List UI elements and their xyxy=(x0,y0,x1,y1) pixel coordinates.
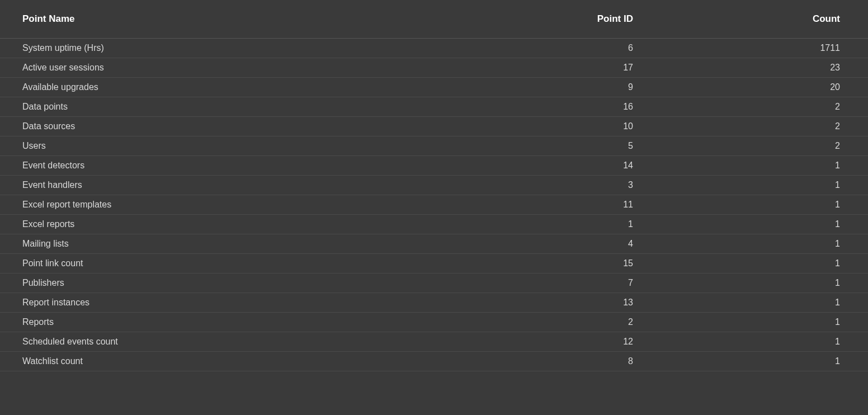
cell-point-name: Mailing lists xyxy=(0,234,398,254)
column-header-point-id[interactable]: Point ID xyxy=(398,0,633,39)
cell-point-name: Excel reports xyxy=(0,215,398,234)
cell-point-id: 12 xyxy=(398,332,633,352)
table-header-row: Point Name Point ID Count xyxy=(0,0,868,39)
cell-point-name: Active user sessions xyxy=(0,58,398,78)
cell-point-name: Data points xyxy=(0,97,398,117)
cell-count: 1711 xyxy=(633,39,868,58)
table-row[interactable]: Mailing lists41 xyxy=(0,234,868,254)
cell-count: 2 xyxy=(633,136,868,156)
cell-count: 1 xyxy=(633,273,868,293)
table-row[interactable]: Available upgrades920 xyxy=(0,78,868,97)
cell-count: 1 xyxy=(633,156,868,176)
cell-point-id: 17 xyxy=(398,58,633,78)
table-row[interactable]: Excel reports11 xyxy=(0,215,868,234)
cell-point-name: Scheduled events count xyxy=(0,332,398,352)
column-header-count[interactable]: Count xyxy=(633,0,868,39)
cell-point-id: 9 xyxy=(398,78,633,97)
cell-point-id: 5 xyxy=(398,136,633,156)
cell-count: 1 xyxy=(633,176,868,195)
cell-point-id: 3 xyxy=(398,176,633,195)
cell-point-id: 6 xyxy=(398,39,633,58)
cell-point-name: Point link count xyxy=(0,254,398,273)
cell-count: 1 xyxy=(633,234,868,254)
column-header-point-name[interactable]: Point Name xyxy=(0,0,398,39)
cell-count: 1 xyxy=(633,293,868,313)
table-row[interactable]: Scheduled events count121 xyxy=(0,332,868,352)
cell-point-name: Watchlist count xyxy=(0,352,398,371)
data-table: Point Name Point ID Count System uptime … xyxy=(0,0,868,371)
cell-point-id: 2 xyxy=(398,313,633,332)
cell-point-name: Users xyxy=(0,136,398,156)
cell-point-name: Available upgrades xyxy=(0,78,398,97)
cell-point-id: 1 xyxy=(398,215,633,234)
cell-count: 1 xyxy=(633,254,868,273)
table-row[interactable]: Data sources102 xyxy=(0,117,868,136)
cell-point-name: Reports xyxy=(0,313,398,332)
cell-point-name: Data sources xyxy=(0,117,398,136)
cell-point-name: Event handlers xyxy=(0,176,398,195)
data-table-container: Point Name Point ID Count System uptime … xyxy=(0,0,868,371)
table-row[interactable]: Report instances131 xyxy=(0,293,868,313)
cell-point-id: 4 xyxy=(398,234,633,254)
cell-count: 2 xyxy=(633,117,868,136)
table-row[interactable]: Point link count151 xyxy=(0,254,868,273)
cell-count: 2 xyxy=(633,97,868,117)
table-body: System uptime (Hrs)61711Active user sess… xyxy=(0,39,868,371)
table-row[interactable]: Event detectors141 xyxy=(0,156,868,176)
table-row[interactable]: Reports21 xyxy=(0,313,868,332)
cell-point-id: 11 xyxy=(398,195,633,215)
cell-point-name: Report instances xyxy=(0,293,398,313)
cell-point-id: 10 xyxy=(398,117,633,136)
cell-point-name: System uptime (Hrs) xyxy=(0,39,398,58)
table-row[interactable]: System uptime (Hrs)61711 xyxy=(0,39,868,58)
cell-count: 23 xyxy=(633,58,868,78)
table-row[interactable]: Excel report templates111 xyxy=(0,195,868,215)
cell-point-id: 16 xyxy=(398,97,633,117)
table-row[interactable]: Publishers71 xyxy=(0,273,868,293)
table-row[interactable]: Data points162 xyxy=(0,97,868,117)
table-row[interactable]: Users52 xyxy=(0,136,868,156)
cell-point-id: 15 xyxy=(398,254,633,273)
cell-point-name: Publishers xyxy=(0,273,398,293)
cell-count: 1 xyxy=(633,215,868,234)
table-row[interactable]: Active user sessions1723 xyxy=(0,58,868,78)
cell-point-name: Event detectors xyxy=(0,156,398,176)
cell-point-id: 13 xyxy=(398,293,633,313)
cell-count: 20 xyxy=(633,78,868,97)
cell-count: 1 xyxy=(633,352,868,371)
cell-count: 1 xyxy=(633,195,868,215)
cell-point-id: 7 xyxy=(398,273,633,293)
cell-point-name: Excel report templates xyxy=(0,195,398,215)
table-header: Point Name Point ID Count xyxy=(0,0,868,39)
table-row[interactable]: Event handlers31 xyxy=(0,176,868,195)
cell-point-id: 8 xyxy=(398,352,633,371)
cell-count: 1 xyxy=(633,313,868,332)
cell-count: 1 xyxy=(633,332,868,352)
table-row[interactable]: Watchlist count81 xyxy=(0,352,868,371)
cell-point-id: 14 xyxy=(398,156,633,176)
